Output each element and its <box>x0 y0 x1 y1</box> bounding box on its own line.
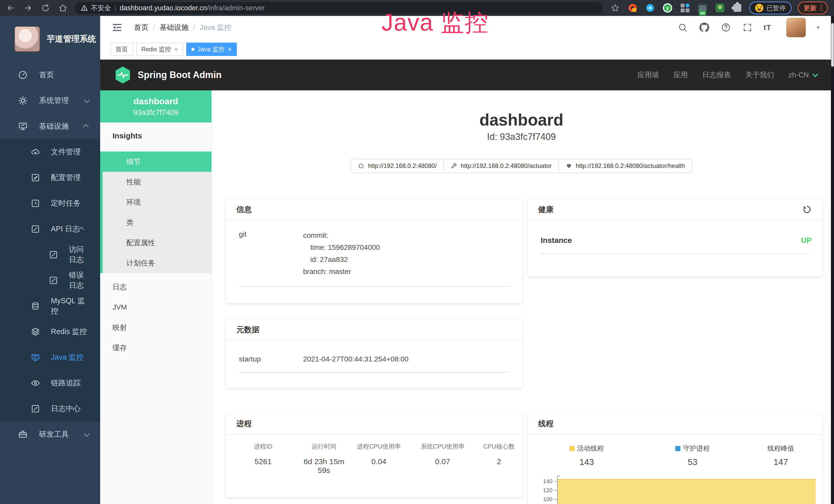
sba-item-classes[interactable]: 类 <box>100 212 212 233</box>
sidebar-item-scheduled-jobs[interactable]: 定时任务 <box>0 190 100 216</box>
breadcrumb-current: Java 监控 <box>200 23 232 32</box>
process-table-values: 5261 6d 23h 15m 59s 0.04 0.07 2 <box>226 457 523 475</box>
back-icon[interactable] <box>6 4 15 12</box>
app-sidebar: 芋道管理系统 首页 系统管理 基础设施 文件管理 <box>0 16 100 504</box>
sba-item-metrics[interactable]: 性能 <box>100 172 212 192</box>
breadcrumb-infra[interactable]: 基础设施 <box>160 23 189 32</box>
sba-app-name: dashboard <box>100 96 212 106</box>
sidebar-item-java-monitor[interactable]: Java 监控 <box>0 345 100 370</box>
update-button[interactable]: 更新 <box>798 2 828 15</box>
app-logo <box>15 27 40 51</box>
endpoint-url: http://192.168.0.2:48080/actuator <box>461 162 552 169</box>
metadata-card-header: 元数据 <box>226 319 523 340</box>
sidebar-item-config-manage[interactable]: 配置管理 <box>0 165 100 190</box>
sidebar-fold-icon[interactable] <box>111 22 123 33</box>
breadcrumb-home[interactable]: 首页 <box>134 23 149 32</box>
instance-subtitle: Id: 93a3fc7f7409 <box>212 132 831 142</box>
extensions-puzzle-icon[interactable] <box>732 2 743 14</box>
sba-item-config-props[interactable]: 配置属性 <box>100 233 212 253</box>
sba-item-environment[interactable]: 环境 <box>100 192 212 212</box>
scrollbar-thumb[interactable] <box>831 23 834 67</box>
extension-donut-icon[interactable] <box>627 2 638 14</box>
sidebar-item-label: 系统管理 <box>39 95 84 106</box>
reload-icon[interactable] <box>41 4 50 12</box>
sidebar-item-file-manage[interactable]: 文件管理 <box>0 139 100 165</box>
tab-redis-monitor[interactable]: Redis 监控 × <box>136 43 183 56</box>
endpoint-home-button[interactable]: http://192.168.0.2:48080/ <box>351 159 444 173</box>
sba-item-details[interactable]: 细节 <box>100 152 212 172</box>
security-label[interactable]: 不安全 <box>91 4 111 13</box>
extension-pin-icon[interactable] <box>644 2 656 14</box>
sidebar-item-dev-tools[interactable]: 研发工具 <box>0 421 100 447</box>
app-area: 首页 / 基础设施 / Java 监控 tT ▾ 首页 Redis <box>100 16 831 504</box>
tag-view-bar: 首页 Redis 监控 × Java 监控 × <box>100 39 831 60</box>
sidebar-item-error-log[interactable]: 错误日志 <box>0 268 100 293</box>
sidebar-item-api-log[interactable]: API 日志 <box>0 216 100 242</box>
font-size-icon[interactable]: tT <box>764 23 771 32</box>
divider <box>528 434 822 435</box>
edit-icon <box>31 173 40 182</box>
extension-green-circle-icon[interactable]: y <box>662 2 673 14</box>
sidebar-item-access-log[interactable]: 访问日志 <box>0 242 100 268</box>
threads-card-header: 线程 <box>528 413 822 434</box>
endpoint-actuator-button[interactable]: http://192.168.0.2:48080/actuator <box>443 159 559 173</box>
help-icon[interactable] <box>721 22 731 33</box>
sba-nav-applications[interactable]: 应用 <box>674 70 688 80</box>
sba-item-logs[interactable]: 日志 <box>100 277 212 297</box>
browser-scrollbar[interactable] <box>831 16 834 504</box>
github-icon[interactable] <box>699 22 710 33</box>
sba-item-mappings[interactable]: 映射 <box>100 317 212 338</box>
home-icon[interactable] <box>59 4 67 12</box>
close-icon[interactable]: × <box>174 46 178 53</box>
bookmark-star-icon[interactable] <box>610 2 621 14</box>
search-icon[interactable] <box>677 22 688 33</box>
process-table-headers: 进程ID 运行时间 进程CPU使用率 系统CPU使用率 CPU核心数 <box>226 442 523 451</box>
extension-grid-icon[interactable] <box>679 2 691 14</box>
fullscreen-icon[interactable] <box>742 22 753 33</box>
sba-instance-block[interactable]: dashboard 93a3fc7f7409 <box>100 90 212 122</box>
status-badge: UP <box>801 236 812 245</box>
extension-on-badge: on <box>699 11 706 16</box>
metadata-card-body: startup 2021-04-27T00:44:31.254+08:00 <box>226 341 523 372</box>
extension-leaf-icon[interactable] <box>714 2 726 14</box>
sidebar-item-log-center[interactable]: 日志中心 <box>0 396 100 421</box>
row-border <box>239 286 510 287</box>
url-path: /infra/admin-server <box>207 4 265 12</box>
threads-legend: 活动线程 守护进程 线程峰值 <box>528 444 822 453</box>
tab-home[interactable]: 首页 <box>110 43 133 56</box>
sba-item-caches[interactable]: 缓存 <box>100 338 212 358</box>
sba-nav: 应用墙 应用 日志报表 关于我们 zh-CN <box>637 70 816 80</box>
tab-java-monitor[interactable]: Java 监控 × <box>186 43 237 56</box>
address-bar[interactable]: 不安全 dashboard.yudao.iocoder.cn/infra/adm… <box>74 2 603 14</box>
endpoint-health-button[interactable]: http://192.168.0.2:48080/actuator/health <box>558 159 692 173</box>
database-icon <box>31 301 40 311</box>
sba-nav-locale[interactable]: zh-CN <box>789 71 816 79</box>
browser-menu-icon[interactable] <box>821 5 822 11</box>
sidebar-item-system[interactable]: 系统管理 <box>0 88 100 113</box>
user-menu-caret-icon[interactable]: ▾ <box>816 24 820 31</box>
monitor-icon <box>18 121 28 131</box>
sidebar-item-trace[interactable]: 链路追踪 <box>0 370 100 396</box>
history-icon[interactable] <box>803 205 812 214</box>
close-icon[interactable]: × <box>228 46 232 53</box>
sba-item-scheduled-tasks[interactable]: 计划任务 <box>100 253 212 273</box>
sba-nav-wallboard[interactable]: 应用墙 <box>637 70 659 80</box>
user-avatar[interactable] <box>786 18 806 37</box>
sba-brand[interactable]: Spring Boot Admin <box>138 70 222 81</box>
paused-badge[interactable]: 已暂停 <box>749 2 792 15</box>
sba-nav-journal[interactable]: 日志报表 <box>702 70 731 80</box>
sba-sidebar: dashboard 93a3fc7f7409 Insights 细节 性能 环境… <box>100 90 212 504</box>
sidebar-item-home[interactable]: 首页 <box>0 62 100 88</box>
url-text[interactable]: dashboard.yudao.iocoder.cn/infra/admin-s… <box>120 4 265 12</box>
sba-item-jvm[interactable]: JVM <box>100 297 212 317</box>
sidebar-item-redis-monitor[interactable]: Redis 监控 <box>0 319 100 345</box>
sba-nav-about[interactable]: 关于我们 <box>745 70 774 80</box>
extension-switch-icon[interactable]: on <box>697 2 708 14</box>
screen-monitor-icon <box>31 353 40 362</box>
browser-nav <box>6 4 67 12</box>
threads-values: 143 53 147 <box>528 457 822 467</box>
forward-icon[interactable] <box>24 4 32 12</box>
sidebar-item-mysql-monitor[interactable]: MySQL 监控 <box>0 293 100 319</box>
app-logo-row[interactable]: 芋道管理系统 <box>0 16 100 62</box>
sidebar-item-infra[interactable]: 基础设施 <box>0 113 100 139</box>
